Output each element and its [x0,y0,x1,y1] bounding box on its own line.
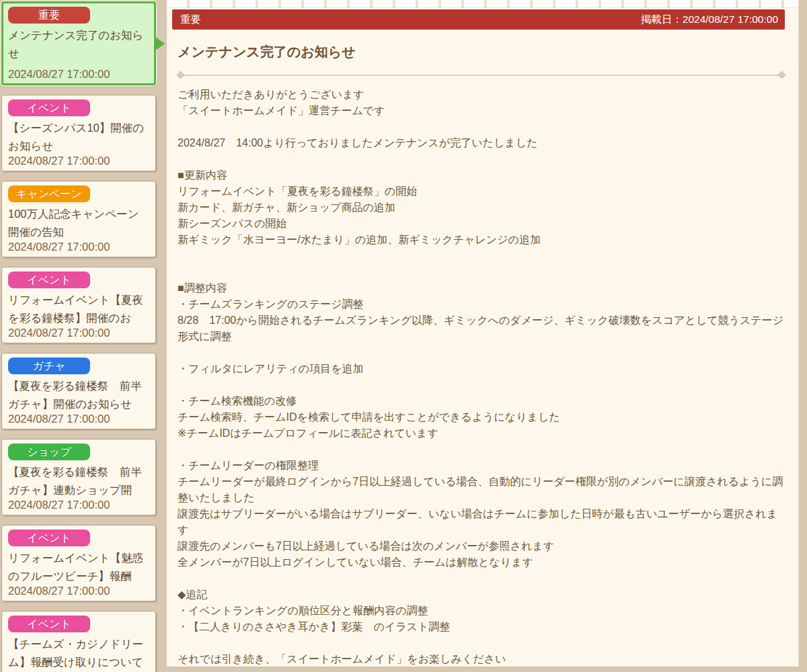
news-page: { "colors": { "page_bg": "#d8c7b1", "pan… [0,0,807,672]
news-item-date: 2024/08/27 17:00:00 [8,669,149,672]
news-item-date: 2024/08/27 17:00:00 [8,67,149,81]
title-divider [178,75,785,76]
news-list-item[interactable]: ガチャ 【夏夜を彩る鐘楼祭 前半ガチャ】開催のお知らせ 2024/08/27 1… [1,353,156,429]
news-item-date: 2024/08/27 17:00:00 [8,239,149,254]
category-badge: ショップ [8,444,90,460]
news-item-title: 【チームズ・カジノドリーム】報酬受け取りについて [8,635,149,669]
news-item-title: 【夏夜を彩る鐘楼祭 前半ガチャ】開催のお知らせ [8,377,149,411]
article-body: ご利用いただきありがとうございます 「スイートホームメイド」運営チームです 20… [178,87,785,667]
category-badge: ガチャ [8,358,90,374]
category-badge: キャンペーン [8,185,90,202]
article-header-bar: 重要 掲載日：2024/08/27 17:00:00 [172,9,785,30]
panel-perforation-decor [167,0,798,8]
news-item-title: メンテナンス完了のお知らせ [8,26,149,67]
news-item-title: 【夏夜を彩る鐘楼祭 前半ガチャ】連動ショップ開催... [8,463,149,497]
news-list-item[interactable]: イベント リフォームイベント【魅惑のフルーツビーチ】報酬受... 2024/08… [1,525,156,601]
news-item-date: 2024/08/27 17:00:00 [8,497,149,512]
category-badge: イベント [8,99,90,116]
news-item-date: 2024/08/27 17:00:00 [8,411,149,426]
news-item-title: リフォームイベント【夏夜を彩る鐘楼祭】開催のお知... [8,291,149,325]
news-list-item[interactable]: 重要 メンテナンス完了のお知らせ 2024/08/27 17:00:00 [1,1,156,85]
news-item-date: 2024/08/27 17:00:00 [8,583,149,598]
article-panel: 重要 掲載日：2024/08/27 17:00:00 メンテナンス完了のお知らせ… [167,0,799,667]
category-badge: イベント [8,530,90,546]
news-list-item[interactable]: キャンペーン 100万人記念キャンペーン開催の告知 2024/08/27 17:… [1,181,156,257]
news-list-item[interactable]: イベント 【シーズンパス10】開催のお知らせ 2024/08/27 17:00:… [1,95,156,171]
category-badge: 重要 [8,7,90,24]
article-title: メンテナンス完了のお知らせ [178,43,785,61]
news-list-item[interactable]: ショップ 【夏夜を彩る鐘楼祭 前半ガチャ】連動ショップ開催... 2024/08… [1,439,156,515]
news-item-title: 100万人記念キャンペーン開催の告知 [8,205,149,239]
news-item-title: 【シーズンパス10】開催のお知らせ [8,119,149,153]
news-item-date: 2024/08/27 17:00:00 [8,325,149,340]
news-list-item[interactable]: イベント 【チームズ・カジノドリーム】報酬受け取りについて 2024/08/27… [1,611,156,672]
news-item-date: 2024/08/27 17:00:00 [8,153,149,168]
article-category-label: 重要 [180,13,201,27]
selected-arrow-icon [155,37,165,50]
news-item-title: リフォームイベント【魅惑のフルーツビーチ】報酬受... [8,549,149,583]
category-badge: イベント [8,616,90,632]
news-list-sidebar[interactable]: 重要 メンテナンス完了のお知らせ 2024/08/27 17:00:00 イベン… [0,0,167,672]
article-posted-date: 掲載日：2024/08/27 17:00:00 [641,13,778,27]
category-badge: イベント [8,271,90,288]
news-list-item[interactable]: イベント リフォームイベント【夏夜を彩る鐘楼祭】開催のお知... 2024/08… [1,267,156,343]
